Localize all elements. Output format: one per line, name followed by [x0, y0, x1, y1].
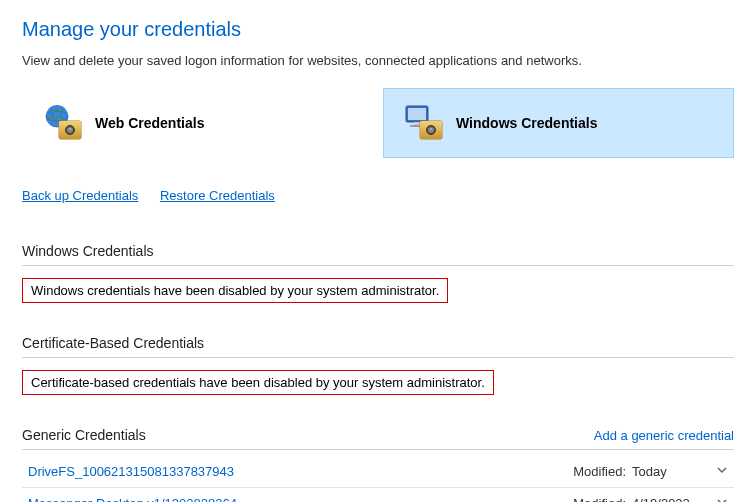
credential-name: DriveFS_100621315081337837943 — [28, 464, 573, 479]
credential-name: Messenger Desktop.v1/1302828264 — [28, 496, 573, 502]
cert-disabled-message: Certificate-based credentials have been … — [22, 370, 494, 395]
tab-web-label: Web Credentials — [95, 115, 204, 131]
modified-label: Modified: — [573, 496, 626, 502]
tab-windows-credentials[interactable]: Windows Credentials — [383, 88, 734, 158]
page-title: Manage your credentials — [22, 18, 734, 41]
svg-point-14 — [428, 127, 434, 133]
restore-credentials-link[interactable]: Restore Credentials — [160, 188, 275, 203]
svg-rect-6 — [69, 129, 71, 130]
modified-value: Today — [632, 464, 702, 479]
windows-credentials-section: Windows Credentials Windows credentials … — [22, 243, 734, 335]
credential-row[interactable]: Messenger Desktop.v1/1302828264 Modified… — [22, 488, 734, 502]
generic-credentials-section: Generic Credentials Add a generic creden… — [22, 427, 734, 502]
credential-row[interactable]: DriveFS_100621315081337837943 Modified: … — [22, 456, 734, 488]
windows-disabled-message: Windows credentials have been disabled b… — [22, 278, 448, 303]
svg-rect-15 — [430, 129, 432, 130]
tab-web-credentials[interactable]: Web Credentials — [22, 88, 373, 158]
windows-section-heading: Windows Credentials — [22, 243, 734, 266]
tab-windows-label: Windows Credentials — [456, 115, 597, 131]
chevron-down-icon[interactable] — [714, 496, 730, 502]
certificate-credentials-section: Certificate-Based Credentials Certificat… — [22, 335, 734, 427]
modified-label: Modified: — [573, 464, 626, 479]
backup-restore-links: Back up Credentials Restore Credentials — [22, 188, 734, 203]
svg-rect-9 — [414, 122, 420, 125]
page-subtitle: View and delete your saved logon informa… — [22, 53, 734, 68]
chevron-down-icon[interactable] — [714, 464, 730, 479]
generic-section-heading: Generic Credentials — [22, 427, 146, 443]
credential-type-tabs: Web Credentials Windows Credenti — [22, 88, 734, 158]
svg-point-5 — [67, 127, 73, 133]
backup-credentials-link[interactable]: Back up Credentials — [22, 188, 138, 203]
cert-section-heading: Certificate-Based Credentials — [22, 335, 734, 358]
add-generic-credential-link[interactable]: Add a generic credential — [594, 428, 734, 443]
windows-credentials-icon — [402, 103, 446, 143]
modified-value: 4/19/2022 — [632, 496, 702, 502]
web-credentials-icon — [41, 103, 85, 143]
svg-rect-8 — [408, 108, 426, 120]
